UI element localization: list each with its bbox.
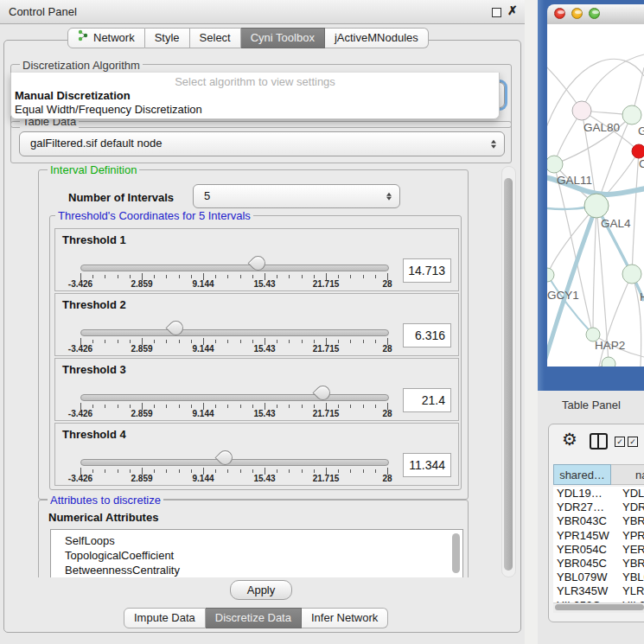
network-window-titlebar[interactable] — [547, 4, 644, 25]
minor-tick — [289, 469, 290, 473]
node-label-h: H — [640, 290, 644, 303]
vertical-scrollbar-thumb[interactable] — [504, 178, 513, 571]
minor-tick — [92, 275, 93, 278]
minor-tick — [105, 469, 105, 473]
table-row[interactable]: YDR27…YDR2 — [553, 501, 644, 514]
minor-tick — [191, 469, 192, 473]
slider-track[interactable] — [80, 265, 389, 271]
minor-tick — [350, 405, 351, 408]
node-label-g: G — [638, 124, 644, 137]
attribute-item-selfloops[interactable]: SelfLoops — [51, 533, 462, 548]
minor-tick — [240, 275, 241, 278]
column-header-shared-name[interactable]: shared… — [553, 464, 611, 485]
minimize-traffic-light-icon[interactable] — [571, 8, 583, 19]
network-edge[interactable] — [599, 274, 632, 367]
minor-tick — [154, 340, 155, 343]
minor-tick — [166, 405, 167, 408]
num-intervals-value: 5 — [204, 185, 210, 207]
top-tab-bar: NetworkStyleSelectCyni ToolboxjActiveMNo… — [67, 28, 429, 48]
tick-label: -3.426 — [54, 474, 106, 483]
tick-label: 9.144 — [177, 344, 229, 354]
attribute-item-topologicalcoefficient[interactable]: TopologicalCoefficient — [51, 548, 462, 563]
attributes-listbox[interactable]: SelfLoopsTopologicalCoefficientBetweenne… — [50, 529, 463, 577]
threshold-value-field[interactable]: 6.316 — [403, 323, 451, 348]
popup-option-manual-discretization[interactable]: Manual Discretization — [15, 89, 131, 103]
tick-label: 15.43 — [239, 409, 290, 418]
tab-label: Infer Network — [311, 609, 378, 628]
minor-tick — [227, 469, 228, 473]
node-label-gal11: GAL11 — [557, 174, 592, 187]
network-node-g[interactable] — [622, 105, 641, 124]
tab-label: Cyni Toolbox — [251, 29, 315, 48]
float-icon[interactable] — [492, 8, 501, 17]
table-row[interactable]: YBR043CYBR0 — [553, 514, 644, 528]
list-scrollbar[interactable] — [452, 533, 460, 573]
minor-tick — [118, 469, 118, 473]
minor-tick — [350, 275, 351, 278]
tab-jactivemnodules[interactable]: jActiveMNodules — [325, 28, 429, 48]
thresholds-group: Threshold's Coordinates for 5 Intervals … — [49, 215, 462, 490]
close-traffic-light-icon[interactable] — [554, 8, 565, 19]
cell-shared-name: YBR043C — [553, 514, 611, 528]
checkbox-icon[interactable]: ✓ — [615, 437, 625, 447]
network-edge[interactable] — [582, 54, 644, 111]
table-row[interactable]: YBL079WYBL0 — [553, 571, 644, 584]
attribute-item-betweennesscentrality[interactable]: BetweennessCentrality — [51, 563, 462, 577]
minor-tick — [375, 469, 376, 473]
table-row[interactable]: YPR145WYPR1 — [553, 529, 644, 543]
network-node[interactable] — [602, 357, 615, 367]
cell-shared-name: YBL079W — [553, 571, 611, 584]
threshold-value-field[interactable]: 21.4 — [403, 388, 451, 412]
tab-label: Style — [155, 29, 180, 48]
column-header-name[interactable]: na — [611, 464, 644, 485]
network-node-gal11[interactable] — [547, 156, 563, 173]
network-canvas[interactable]: GAL80GCGAL11GAL4GCY1HHAP2 — [547, 24, 644, 367]
table-row[interactable]: YBR045CYBR0 — [553, 557, 644, 571]
tick-label: 9.144 — [177, 409, 229, 418]
minor-tick — [289, 405, 290, 408]
algorithm-popup: Select algorithm to view settings Manual… — [10, 73, 500, 119]
gear-icon[interactable]: ⚙ — [562, 430, 577, 449]
threshold-panel-4: Threshold 4-3.4262.8599.14415.4321.71528… — [54, 423, 459, 486]
table-row[interactable]: YLR345WYLR3 — [553, 584, 644, 598]
network-edge[interactable] — [632, 151, 639, 274]
threshold-value-field[interactable]: 14.713 — [403, 258, 451, 283]
network-node-h[interactable] — [622, 265, 641, 284]
minor-tick — [154, 405, 155, 408]
tick-label: 2.859 — [116, 344, 168, 354]
network-node-gal80[interactable] — [572, 101, 591, 120]
tab-cyni-toolbox[interactable]: Cyni Toolbox — [241, 28, 325, 48]
popup-option-equal-width-frequency-discretization[interactable]: Equal Width/Frequency Discretization — [15, 103, 202, 117]
table-row[interactable]: YDL19…YDL1 — [553, 487, 644, 501]
close-icon[interactable]: ✗ — [507, 3, 518, 17]
network-edge[interactable] — [593, 206, 596, 335]
horizontal-scrollbar-thumb[interactable] — [555, 604, 644, 610]
apply-button[interactable]: Apply — [230, 580, 292, 600]
minor-tick — [302, 275, 303, 278]
table-data-combo[interactable]: galFiltered.sif default node — [19, 131, 505, 156]
network-node-gal4[interactable] — [584, 194, 609, 218]
num-intervals-combo[interactable]: 5 — [193, 184, 400, 208]
tab-select[interactable]: Select — [190, 28, 241, 48]
checkbox-icon[interactable]: ✓ — [628, 437, 638, 447]
zoom-traffic-light-icon[interactable] — [589, 8, 600, 19]
network-node-c[interactable] — [632, 144, 644, 158]
minor-tick — [363, 405, 364, 408]
tab-discretize-data[interactable]: Discretize Data — [206, 608, 302, 628]
minor-tick — [191, 340, 192, 343]
minor-tick — [375, 340, 376, 343]
slider-track[interactable] — [80, 394, 389, 401]
tab-network[interactable]: Network — [67, 28, 145, 48]
tab-impute-data[interactable]: Impute Data — [124, 608, 206, 628]
slider-track[interactable] — [80, 329, 389, 336]
threshold-value-field[interactable]: 11.344 — [403, 453, 451, 477]
network-node-gcy1[interactable] — [547, 268, 554, 282]
split-columns-icon[interactable] — [590, 433, 608, 450]
tick-label: 9.144 — [177, 279, 229, 289]
settings-viewport: Interval Definition Number of Intervals … — [7, 164, 496, 577]
interval-definition-label: Interval Definition — [48, 164, 139, 176]
tab-style[interactable]: Style — [145, 28, 190, 48]
slider-track[interactable] — [80, 459, 389, 466]
table-row[interactable]: YER054CYER0 — [553, 543, 644, 557]
tab-infer-network[interactable]: Infer Network — [302, 608, 388, 628]
